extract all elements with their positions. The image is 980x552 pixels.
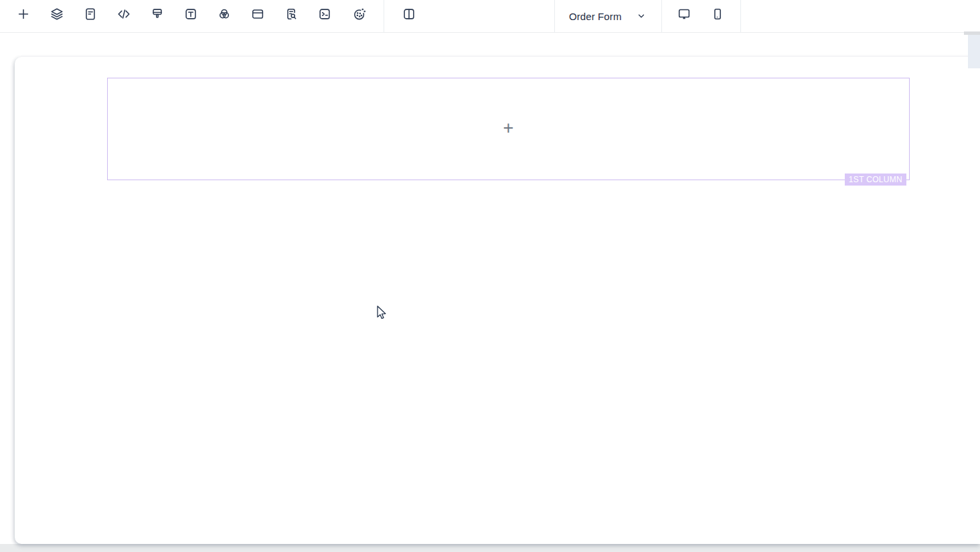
- terminal-icon: [317, 7, 332, 21]
- tool-button-add[interactable]: [15, 6, 31, 22]
- tool-button-text[interactable]: [183, 6, 199, 22]
- scrollbar-thumb[interactable]: [968, 35, 980, 68]
- canvas-panel[interactable]: + 1ST COLUMN: [15, 57, 980, 544]
- builder-screen: Order Form: [0, 0, 980, 552]
- brush-icon: [150, 7, 165, 21]
- tool-button-form-search[interactable]: [283, 6, 299, 22]
- tool-button-split-columns[interactable]: [401, 6, 417, 22]
- form-search-icon: [284, 7, 299, 21]
- chevron-down-icon: [637, 11, 646, 21]
- add-block-button[interactable]: +: [503, 119, 514, 137]
- plus-icon: [16, 7, 31, 21]
- toolbar-divider: [661, 0, 662, 32]
- tool-button-form[interactable]: [82, 6, 98, 22]
- column-dropzone[interactable]: + 1ST COLUMN: [107, 78, 910, 180]
- tool-button-style[interactable]: [149, 6, 165, 22]
- layers-icon: [50, 7, 64, 21]
- tool-button-cookie[interactable]: [351, 6, 368, 22]
- text-icon: [183, 7, 198, 21]
- tool-button-terminal[interactable]: [317, 6, 333, 22]
- desktop-icon: [677, 7, 691, 21]
- mobile-icon: [710, 7, 725, 21]
- device-desktop-button[interactable]: [676, 6, 692, 22]
- column-label-badge: 1ST COLUMN: [845, 174, 906, 186]
- tool-button-browser[interactable]: [250, 6, 266, 22]
- tool-button-code[interactable]: [116, 6, 132, 22]
- page-background-strip: [0, 544, 980, 552]
- split-columns-icon: [402, 7, 416, 21]
- form-icon: [83, 7, 98, 21]
- tool-button-colors[interactable]: [216, 6, 232, 22]
- page-selector-dropdown[interactable]: Order Form: [562, 0, 653, 32]
- device-mobile-button[interactable]: [710, 6, 726, 22]
- toolbar-divider: [554, 0, 555, 32]
- browser-window-icon: [250, 7, 265, 21]
- toolbar-divider: [740, 0, 741, 32]
- cookie-icon: [352, 7, 367, 21]
- code-icon: [116, 7, 131, 21]
- circles-icon: [217, 7, 232, 21]
- toolbar: Order Form: [0, 0, 980, 33]
- toolbar-divider: [384, 0, 384, 32]
- tool-button-layers[interactable]: [49, 6, 65, 22]
- page-selector-value: Order Form: [569, 11, 622, 22]
